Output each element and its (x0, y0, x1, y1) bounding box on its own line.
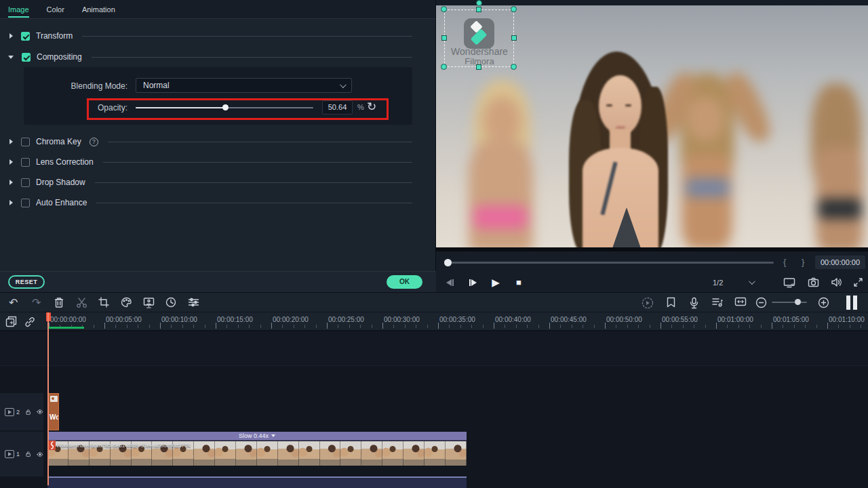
undo-icon[interactable]: ↶ (9, 293, 18, 312)
ruler-time-label: 00:00:10:00 (161, 316, 197, 323)
ruler-time-label: 00:00:55:00 (662, 316, 698, 323)
previous-frame-button[interactable] (441, 272, 458, 292)
lens-correction-checkbox[interactable] (21, 158, 30, 167)
background-figure-middle-right (660, 70, 762, 251)
filmora-logo-icon[interactable] (464, 18, 494, 49)
timeline-zoom-slider[interactable] (772, 302, 807, 303)
section-compositing: Compositing (0, 52, 436, 62)
stop-button[interactable]: ■ (511, 272, 527, 292)
section-lens-correction: Lens Correction (0, 157, 436, 167)
ok-button[interactable]: OK (387, 275, 422, 289)
section-divider (92, 57, 412, 58)
video-clip[interactable]: Slow 0.44x Wondershare-9ccb785-6e61-4469… (47, 432, 467, 476)
ruler-time-label: 00:00:20:00 (273, 316, 309, 323)
empty-track-lane (0, 332, 868, 366)
snapshot-camera-icon[interactable] (804, 272, 822, 292)
green-screen-icon[interactable] (143, 297, 155, 311)
preview-panel: Wondershare Filmora { } 00:00:00:00 ▶ ■ (436, 0, 868, 292)
reset-button[interactable]: RESET (8, 275, 45, 289)
track-2-header: 2 (0, 393, 43, 430)
disclosure-arrow-icon[interactable] (9, 139, 13, 144)
drop-shadow-checkbox[interactable] (21, 178, 30, 187)
tab-color[interactable]: Color (47, 1, 64, 18)
section-label: Transform (36, 31, 73, 41)
time-ruler[interactable]: 00:00:00:0000:00:05:0000:00:10:0000:00:1… (43, 312, 868, 331)
disclosure-arrow-icon[interactable] (8, 56, 14, 59)
mark-out-button[interactable]: } (802, 257, 804, 267)
seek-row: { } 00:00:00:00 (436, 251, 868, 272)
clip-thumbnail (382, 441, 403, 466)
color-palette-icon[interactable] (121, 297, 132, 310)
resize-handle-n[interactable] (476, 7, 481, 12)
record-voiceover-mic-icon[interactable] (689, 297, 699, 312)
tab-animation[interactable]: Animation (82, 1, 115, 18)
audio-mixer-icon[interactable] (711, 297, 723, 310)
volume-speaker-icon[interactable] (828, 272, 846, 292)
resize-handle-se[interactable] (511, 64, 517, 70)
help-icon[interactable]: ? (90, 138, 98, 146)
disclosure-arrow-icon[interactable] (9, 33, 13, 39)
watermark-selection[interactable]: Wondershare Filmora (444, 9, 514, 67)
auto-ripple-icon[interactable] (734, 297, 747, 309)
resize-handle-e[interactable] (511, 35, 517, 41)
track-number: 1 (16, 451, 20, 458)
chroma-key-checkbox[interactable] (21, 138, 30, 146)
resize-handle-s[interactable] (476, 64, 481, 70)
rotation-handle[interactable] (476, 0, 482, 6)
resize-handle-w[interactable] (441, 35, 447, 41)
blending-mode-dropdown[interactable]: Normal (136, 78, 352, 93)
redo-icon[interactable]: ↷ (32, 293, 41, 312)
resize-handle-sw[interactable] (441, 64, 447, 70)
logo-image-clip[interactable]: Wo (47, 393, 59, 430)
marker-icon[interactable] (666, 297, 676, 311)
playhead-line[interactable] (47, 312, 49, 485)
render-preview-icon[interactable] (642, 297, 654, 312)
play-button[interactable]: ▶ (488, 272, 504, 292)
fullscreen-icon[interactable] (849, 272, 867, 292)
zoom-in-icon[interactable] (818, 297, 829, 311)
clip-audio-section[interactable] (47, 476, 467, 488)
split-scissors-icon[interactable] (76, 297, 87, 311)
resize-handle-nw[interactable] (441, 6, 447, 12)
crop-icon[interactable] (98, 297, 109, 310)
mark-in-button[interactable]: { (783, 257, 786, 267)
disclosure-arrow-icon[interactable] (9, 159, 13, 165)
pause-bars-icon[interactable] (846, 296, 857, 310)
duplicate-icon[interactable] (5, 316, 17, 330)
lock-icon[interactable] (26, 449, 31, 459)
zoom-out-icon[interactable] (755, 297, 767, 311)
tab-image[interactable]: Image (8, 1, 29, 18)
transform-checkbox[interactable] (21, 32, 30, 41)
disclosure-arrow-icon[interactable] (9, 200, 13, 205)
ruler-time-label: 00:00:00:00 (50, 316, 86, 323)
eye-icon[interactable] (37, 451, 43, 458)
section-label: Compositing (37, 52, 82, 62)
seek-bar[interactable] (450, 262, 774, 264)
delete-icon[interactable] (54, 297, 64, 311)
timeline-zoom-handle[interactable] (795, 299, 801, 305)
next-frame-button[interactable] (465, 272, 481, 292)
eye-icon[interactable] (37, 408, 43, 415)
speed-effect-bar[interactable]: Slow 0.44x (47, 432, 467, 441)
clip-thumbnail (257, 441, 278, 466)
timeline-ruler-row: 00:00:00:0000:00:05:0000:00:10:0000:00:1… (0, 312, 868, 331)
seek-handle[interactable] (444, 259, 452, 266)
link-icon[interactable] (24, 317, 35, 330)
logo-parallelogram-shape (471, 28, 488, 45)
section-divider (82, 36, 412, 37)
preview-quality-value: 1/2 (713, 279, 723, 287)
speed-clock-icon[interactable] (165, 297, 176, 310)
disclosure-arrow-icon[interactable] (9, 180, 13, 185)
resize-handle-ne[interactable] (511, 6, 517, 12)
dual-monitor-icon[interactable] (781, 272, 798, 292)
compositing-checkbox[interactable] (22, 53, 31, 62)
timeline-tracks-area[interactable]: 2 Wo 1 Slow 0.44x Wond (0, 331, 868, 488)
ruler-time-label: 00:01:05:00 (773, 316, 809, 323)
auto-enhance-checkbox[interactable] (21, 199, 30, 207)
track-1-header: 1 (0, 432, 43, 476)
clip-thumbnail (425, 441, 446, 466)
lock-icon[interactable] (26, 407, 31, 417)
section-label: Lens Correction (36, 157, 94, 167)
adjust-sliders-icon[interactable] (188, 297, 199, 310)
preview-quality-dropdown[interactable]: 1/2 (713, 272, 767, 292)
